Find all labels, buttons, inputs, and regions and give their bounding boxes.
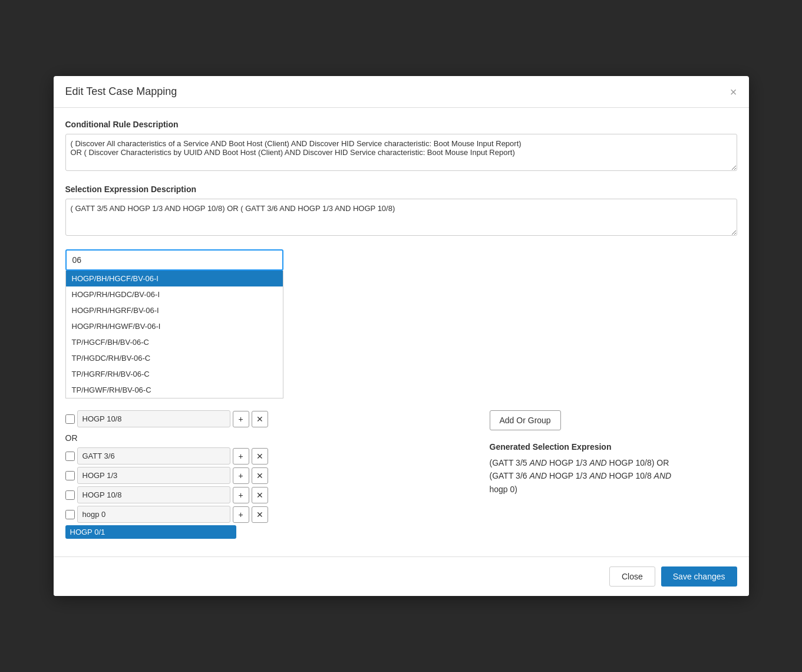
condition-checkbox[interactable]: [65, 490, 75, 500]
selection-expression-label: Selection Expression Description: [65, 185, 737, 194]
dropdown-item[interactable]: HOGP/RH/HGRF/BV-06-I: [66, 302, 283, 318]
content-area: + ✕ OR + ✕: [65, 410, 737, 545]
dropdown-item[interactable]: HOGP/RH/HGWF/BV-06-I: [66, 318, 283, 334]
add-or-group-button[interactable]: Add Or Group: [490, 410, 561, 430]
condition-checkbox[interactable]: [65, 414, 75, 424]
condition-row: + ✕: [65, 447, 478, 465]
modal-close-button[interactable]: ×: [730, 86, 737, 98]
modal-header: Edit Test Case Mapping ×: [54, 76, 749, 108]
condition-input[interactable]: [77, 486, 230, 503]
generated-selection-label: Generated Selection Expresion: [490, 442, 737, 452]
or-label: OR: [65, 433, 478, 443]
condition-checkbox[interactable]: [65, 452, 75, 461]
generated-expression: (GATT 3/5 AND HOGP 1/3 AND HOGP 10/8) OR…: [490, 456, 737, 496]
dropdown-item[interactable]: TP/HGCF/BH/BV-06-C: [66, 334, 283, 350]
dropdown-item[interactable]: TP/HGDC/RH/BV-06-C: [66, 350, 283, 366]
modal: Edit Test Case Mapping × Conditional Rul…: [54, 76, 749, 596]
condition-checkbox[interactable]: [65, 510, 75, 519]
condition-row: + ✕: [65, 410, 478, 427]
dropdown-item[interactable]: TP/HGRF/RH/BV-06-C: [66, 366, 283, 382]
autocomplete-suggestion[interactable]: HOGP 0/1: [65, 525, 236, 539]
add-condition-button[interactable]: +: [233, 448, 249, 465]
conditional-rule-textarea[interactable]: [65, 134, 737, 171]
condition-input[interactable]: [77, 447, 230, 465]
or-group-2: + ✕ + ✕ + ✕: [65, 447, 478, 539]
remove-condition-button[interactable]: ✕: [252, 487, 268, 503]
close-button[interactable]: Close: [609, 566, 655, 587]
modal-body: Conditional Rule Description Selection E…: [54, 108, 749, 556]
dropdown-item[interactable]: HOGP/BH/HGCF/BV-06-I: [66, 271, 283, 286]
selection-expression-textarea[interactable]: [65, 199, 737, 236]
conditional-rule-label: Conditional Rule Description: [65, 120, 737, 129]
dropdown-list: HOGP/BH/HGCF/BV-06-I HOGP/RH/HGDC/BV-06-…: [65, 271, 283, 398]
modal-overlay: Edit Test Case Mapping × Conditional Rul…: [0, 0, 802, 672]
search-input[interactable]: [65, 249, 283, 271]
add-condition-button[interactable]: +: [233, 411, 249, 427]
condition-checkbox[interactable]: [65, 471, 75, 480]
remove-condition-button[interactable]: ✕: [252, 411, 268, 427]
remove-condition-button[interactable]: ✕: [252, 506, 268, 523]
dropdown-item[interactable]: TP/HGWF/RH/BV-06-C: [66, 382, 283, 398]
right-panel: Add Or Group Generated Selection Expresi…: [490, 410, 737, 545]
or-group-1: + ✕: [65, 410, 478, 427]
add-condition-button[interactable]: +: [233, 506, 249, 523]
dropdown-item[interactable]: HOGP/RH/HGDC/BV-06-I: [66, 286, 283, 302]
condition-row: + ✕: [65, 506, 478, 523]
save-changes-button[interactable]: Save changes: [661, 566, 737, 587]
modal-footer: Close Save changes: [54, 556, 749, 596]
condition-input[interactable]: [77, 506, 230, 523]
modal-title: Edit Test Case Mapping: [65, 85, 177, 98]
add-condition-button[interactable]: +: [233, 467, 249, 484]
condition-input[interactable]: [77, 467, 230, 484]
remove-condition-button[interactable]: ✕: [252, 467, 268, 484]
left-panel: + ✕ OR + ✕: [65, 410, 478, 545]
condition-row: + ✕: [65, 467, 478, 484]
condition-row: + ✕: [65, 486, 478, 503]
search-wrapper: HOGP/BH/HGCF/BV-06-I HOGP/RH/HGDC/BV-06-…: [65, 249, 737, 398]
add-condition-button[interactable]: +: [233, 487, 249, 503]
remove-condition-button[interactable]: ✕: [252, 448, 268, 465]
condition-input[interactable]: [77, 410, 230, 427]
